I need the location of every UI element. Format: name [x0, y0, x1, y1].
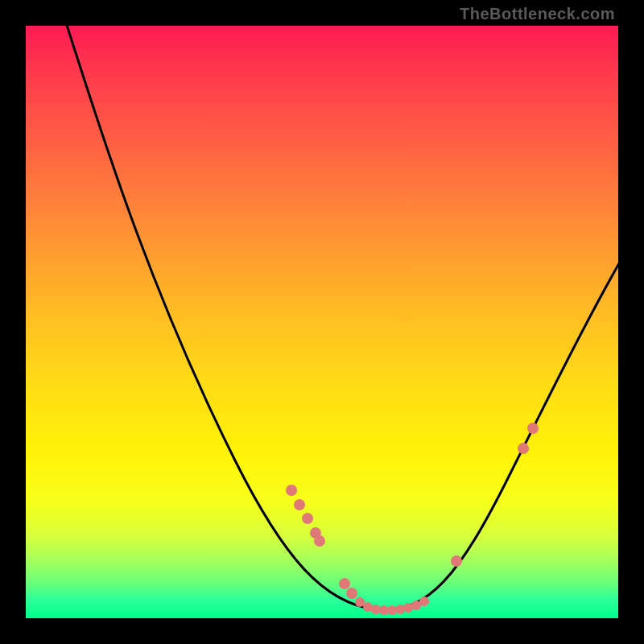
curve-marker: [451, 555, 462, 567]
curve-marker: [339, 578, 350, 589]
chart-frame: TheBottleneck.com: [0, 0, 644, 644]
watermark-text: TheBottleneck.com: [460, 5, 615, 23]
curve-marker: [527, 423, 539, 434]
curve-marker: [302, 513, 313, 524]
curve-marker: [395, 605, 405, 614]
curve-marker: [286, 485, 297, 496]
curve-marker: [294, 499, 305, 510]
bottleneck-curve: [64, 26, 618, 610]
curve-marker: [346, 588, 357, 599]
curve-marker: [355, 597, 365, 607]
curve-layer: [26, 26, 618, 618]
curve-marker: [419, 597, 429, 606]
curve-marker: [314, 535, 325, 547]
curve-marker: [518, 443, 529, 454]
plot-area: [26, 26, 618, 618]
